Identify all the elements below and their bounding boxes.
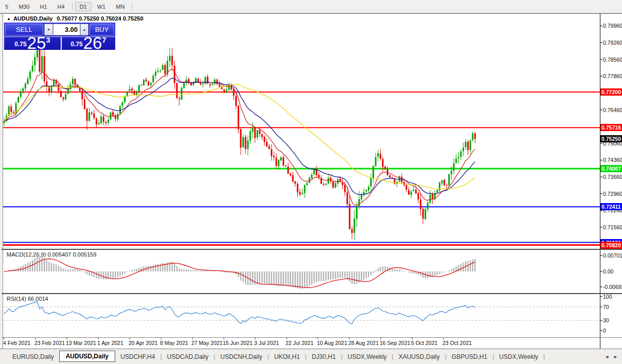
tab-scroll-left-icon[interactable]: ◄: [605, 354, 609, 359]
rsi-axis-tick: 100: [603, 294, 612, 300]
date-axis-label: 16 Sep 2021: [380, 340, 411, 346]
tab-scroll-right-icon[interactable]: ►: [613, 354, 618, 359]
timeframe-button-5[interactable]: 5: [1, 2, 13, 11]
date-axis-label: 15 Jun 2021: [223, 340, 253, 346]
tab-scroll-arrows: ◄►: [605, 354, 618, 359]
date-axis-label: 4 Feb 2021: [3, 340, 30, 346]
timeframe-button-m30[interactable]: M30: [14, 2, 34, 11]
buy-price-big: 26: [83, 37, 102, 50]
timeframe-button-w1[interactable]: W1: [93, 2, 111, 11]
chart-title: ▲AUDUSD,Daily0.75077 0.75250 0.75024 0.7…: [7, 15, 144, 22]
macd-axis-tick: -0.006923: [603, 284, 622, 290]
level-price-label: 0.74007: [600, 165, 622, 172]
level-price-label: 0.70820: [600, 242, 622, 249]
chart-tab-gbpusd-h1[interactable]: GBPUSD,H1: [447, 351, 492, 362]
rsi-line: [4, 302, 475, 324]
macd-signal-line: [4, 259, 475, 288]
collapse-triangle-icon[interactable]: ▲: [7, 16, 11, 21]
support-resistance-lines: [3, 92, 600, 245]
price-axis-tick: 0.71560: [603, 224, 622, 230]
date-axis-label: 22 Jul 2021: [286, 340, 313, 346]
date-axis-label: 3 Jul 2021: [254, 340, 279, 346]
volume-input[interactable]: [53, 24, 80, 35]
macd-signal-value: 0.005159: [73, 251, 96, 258]
mt4-terminal: 5M30H1H4D1W1MN ▲AUDUSD,Daily0.75077 0.75…: [0, 0, 622, 364]
rsi-value: 66.0014: [28, 296, 48, 302]
price-axis-tick: 0.78560: [603, 57, 622, 63]
toolbar-separator: [72, 3, 73, 11]
date-axis-label: 28 Aug 2021: [348, 340, 379, 346]
chart-ohlc-values: 0.75077 0.75250 0.75024 0.75250: [57, 15, 143, 22]
date-axis-label: 1 Apr 2021: [97, 340, 123, 346]
rsi-axis-tick: 0: [603, 327, 606, 334]
one-click-trade-panel: SELL ▼ ▲ BUY 0.75 25 3 0.75 26 7: [4, 23, 115, 50]
chart-tab-usdx-weekly[interactable]: USDX,Weekly: [343, 351, 392, 362]
chart-tab-usdchf-h4[interactable]: USDCHF,H4: [115, 351, 160, 362]
window-border: [0, 13, 622, 14]
date-axis-label: 27 May 2021: [191, 340, 223, 346]
pane-separator-dates: [2, 337, 622, 338]
sell-price-prefix: 0.75: [14, 41, 26, 48]
down-arrow-icon: ▼: [47, 28, 50, 31]
window-left-gutter: [0, 14, 3, 349]
chart-tab-dj30-h1[interactable]: DJ30,H1: [307, 351, 341, 362]
macd-histogram: [4, 257, 475, 289]
moving-average-lines: [4, 69, 475, 205]
price-axis-tick: 0.79960: [603, 23, 622, 29]
timeframe-button-mn[interactable]: MN: [111, 2, 129, 11]
date-axis-label: 23 Oct 2021: [442, 340, 472, 346]
timeframe-button-h1[interactable]: H1: [35, 2, 52, 11]
chart-canvas[interactable]: [0, 0, 622, 364]
buy-price-display[interactable]: 0.75 26 7: [62, 37, 115, 50]
price-axis-tick: 0.73660: [603, 174, 622, 180]
timeframe-button-h4[interactable]: H4: [53, 2, 69, 11]
rsi-axis-tick: 70: [603, 304, 609, 310]
sell-price-pip: 3: [46, 35, 50, 44]
chart-tab-ukoil-h1[interactable]: UKOil,H1: [269, 351, 305, 362]
level-price-label: 0.75716: [600, 124, 622, 131]
pane-separator-rsi[interactable]: [2, 293, 622, 294]
candles: [4, 46, 476, 240]
ma-10: [4, 69, 475, 205]
chart-symbol: AUDUSD,Daily: [13, 15, 52, 22]
chart-tab-audusd-daily[interactable]: AUDUSD,Daily: [59, 351, 115, 362]
chart-tab-usdcad-daily[interactable]: USDCAD,Daily: [162, 351, 214, 362]
rsi-axis-tick: 30: [603, 317, 609, 323]
date-axis-label: 5 Oct 2021: [411, 340, 437, 346]
date-axis-label: 13 Mar 2021: [66, 340, 96, 346]
chart-tab-eurusd-daily[interactable]: EURUSD,Daily: [7, 351, 59, 362]
level-price-label: 0.72411: [600, 203, 622, 210]
date-axis-label: 10 Aug 2021: [317, 340, 347, 346]
chart-tab-xauusd-daily[interactable]: XAUUSD,Daily: [394, 351, 445, 362]
level-price-label: 0.77200: [600, 88, 622, 96]
price-axis-tick: 0.77860: [603, 73, 622, 79]
timeframe-button-d1[interactable]: D1: [75, 2, 92, 11]
price-axis-tick: 0.74360: [603, 157, 622, 163]
chart-tab-bar: EURUSD,DailyAUDUSD,DailyUSDCHF,H4|USDCAD…: [0, 349, 622, 364]
macd-axis-tick: 0.00: [603, 268, 613, 275]
chart-tab-usdcnh-daily[interactable]: USDCNH,Daily: [215, 351, 267, 362]
macd-axis-tick: 0.007015: [603, 252, 622, 259]
price-axis-line: [600, 14, 600, 349]
buy-price-prefix: 0.75: [70, 41, 82, 48]
toolbar-separator: [132, 3, 132, 11]
macd-main-value: 0.005407: [47, 251, 71, 258]
pane-separator-macd[interactable]: [2, 249, 622, 250]
buy-price-pip: 7: [102, 35, 106, 44]
price-axis-tick: 0.79260: [603, 40, 622, 46]
price-axis-tick: 0.72960: [603, 191, 622, 197]
rsi-indicator-label: RSI(14) 66.0014: [7, 296, 48, 302]
up-arrow-icon: ▲: [83, 28, 86, 31]
date-axis-label: 23 Feb 2021: [34, 340, 65, 346]
chart-tab-usdx-weekly[interactable]: USDX,Weekly: [494, 351, 543, 362]
sell-price-display[interactable]: 0.75 25 3: [4, 37, 61, 50]
macd-indicator-label: MACD(12,26,9) 0.005407 0.005159: [7, 251, 96, 258]
date-axis-label: 20 Apr 2021: [129, 340, 158, 346]
timeframe-toolbar: 5M30H1H4D1W1MN: [0, 0, 622, 13]
date-axis-label: 8 May 2021: [160, 340, 188, 346]
tab-separator: |: [543, 353, 545, 360]
current-price-label: 0.75250: [600, 135, 622, 142]
ma-50: [4, 84, 475, 189]
ma-21: [4, 78, 475, 194]
sell-price-big: 25: [27, 37, 46, 50]
